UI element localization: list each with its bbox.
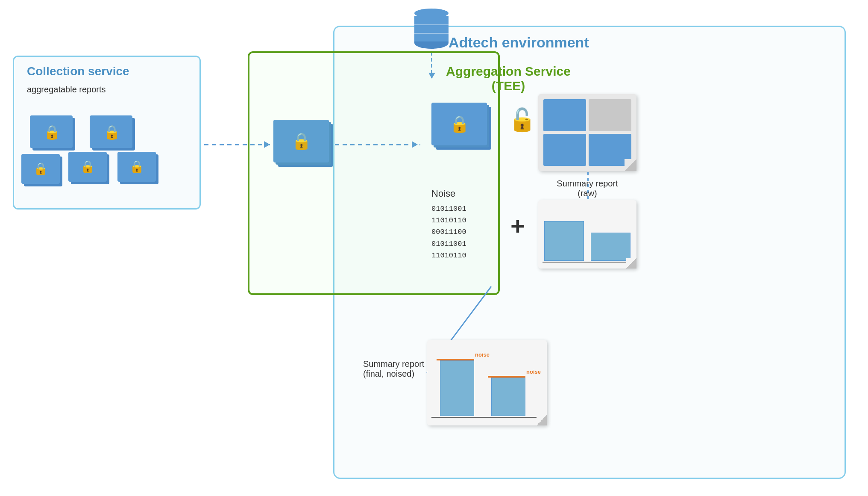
summary-raw-label: Summary report (raw)	[538, 179, 636, 198]
database-icon	[414, 9, 449, 49]
summary-final-chart: noise noise	[427, 340, 547, 425]
decoded-doc	[538, 94, 636, 171]
summary-final-label: Summary report (final, noised)	[363, 359, 424, 379]
noise-bar-2	[488, 376, 525, 378]
summary-raw-chart	[538, 200, 636, 269]
noise-binary: 01011001 11010110 00011100 01011001 1101…	[431, 203, 466, 261]
collection-subtitle: aggregatable reports	[27, 85, 106, 94]
collection-title: Collection service	[27, 65, 129, 78]
unlocked-padlock: 🔓	[508, 107, 536, 133]
plus-sign: +	[510, 212, 525, 240]
noise-label: Noise	[431, 188, 455, 199]
chart-baseline	[431, 417, 542, 418]
final-bar-1	[440, 360, 474, 416]
adtech-title: Adtech environment	[449, 34, 589, 51]
main-container: Adtech environment Collection service ag…	[0, 0, 868, 496]
noise-tag-1: noise	[475, 351, 490, 358]
aggregation-title: Aggregation Service (TEE)	[444, 64, 572, 93]
noise-bar-1	[437, 359, 474, 360]
final-bar-2	[491, 378, 525, 416]
noise-tag-2: noise	[526, 369, 541, 375]
